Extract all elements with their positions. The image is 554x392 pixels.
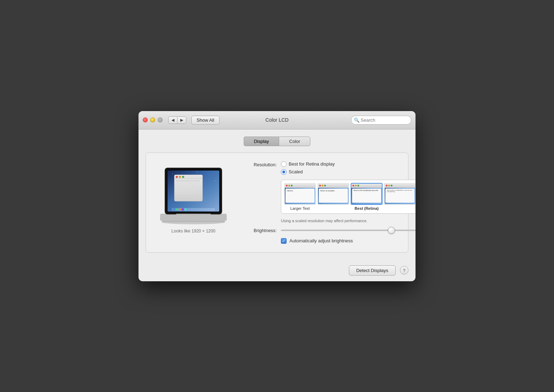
svg-rect-20: [175, 182, 198, 183]
brightness-slider[interactable]: [281, 230, 416, 231]
svg-point-10: [210, 174, 210, 175]
svg-point-18: [182, 176, 184, 178]
scale-option-2[interactable]: Here's to troublem: [317, 183, 349, 211]
scale-thumb-4: Here's to the cr troublemakers, ones who…: [384, 183, 416, 205]
scale-label-best: Best (Retina): [355, 206, 379, 211]
auto-brightness-row[interactable]: ✓ Automatically adjust brightness: [281, 238, 416, 244]
svg-point-9: [197, 172, 198, 172]
svg-rect-24: [175, 188, 195, 188]
auto-brightness-label: Automatically adjust brightness: [289, 238, 353, 243]
radio-scaled-label: Scaled: [289, 169, 303, 174]
scale-options: Here's Larger Text: [281, 180, 416, 214]
radio-scaled-circle: [281, 169, 287, 175]
checkmark-icon: ✓: [282, 239, 286, 243]
back-button[interactable]: ◀: [168, 116, 177, 124]
radio-best-circle: [281, 161, 287, 167]
titlebar: ◀ ▶ Show All Color LCD 🔍: [138, 111, 416, 129]
scale-thumb-best: Here's to the troublemak ones who: [351, 183, 383, 205]
laptop-section: Looks like 1920 × 1200: [154, 161, 232, 234]
brightness-row: Brightness:: [243, 228, 416, 233]
search-box: 🔍: [351, 116, 411, 125]
show-all-button[interactable]: Show All: [191, 116, 220, 125]
close-button[interactable]: [143, 117, 148, 122]
svg-rect-35: [176, 214, 211, 214]
svg-rect-29: [172, 208, 215, 211]
svg-rect-27: [175, 192, 198, 192]
scale-thumb-larger: Here's: [284, 183, 316, 205]
nav-buttons: ◀ ▶: [168, 116, 186, 124]
detect-displays-button[interactable]: Detect Displays: [349, 265, 396, 276]
forward-button[interactable]: ▶: [177, 116, 186, 124]
segmented-control: Display Color: [146, 137, 408, 146]
main-window: ◀ ▶ Show All Color LCD 🔍 Display Color: [138, 111, 416, 281]
resolution-label: Resolution:: [243, 161, 277, 167]
svg-rect-33: [182, 208, 184, 211]
scale-option-best[interactable]: Here's to the troublemak ones who Best (…: [351, 183, 383, 211]
radio-scaled[interactable]: Scaled: [281, 169, 335, 175]
bottom-bar: Detect Displays ?: [138, 260, 416, 281]
scale-label-larger: Larger Text: [290, 206, 310, 211]
svg-rect-31: [176, 208, 178, 211]
window-title: Color LCD: [265, 117, 288, 123]
resolution-row: Resolution: Best for Retina display Scal…: [243, 161, 416, 175]
svg-rect-15: [174, 177, 203, 179]
svg-rect-34: [185, 208, 187, 211]
laptop-image: [155, 161, 232, 225]
laptop-size-label: Looks like 1920 × 1200: [171, 229, 215, 234]
traffic-lights: [143, 117, 163, 122]
svg-rect-25: [175, 189, 197, 190]
help-button[interactable]: ?: [400, 266, 408, 275]
radio-dot: [282, 171, 285, 173]
tab-color[interactable]: Color: [279, 137, 310, 146]
scale-thumb-2: Here's to troublem: [317, 183, 349, 205]
brightness-label: Brightness:: [243, 228, 277, 233]
svg-rect-19: [175, 180, 200, 181]
svg-rect-21: [175, 183, 199, 184]
svg-rect-23: [175, 186, 198, 187]
content-area: Display Color: [138, 129, 416, 260]
svg-rect-32: [179, 208, 181, 211]
svg-point-16: [176, 176, 178, 178]
svg-point-7: [172, 173, 173, 174]
tab-display[interactable]: Display: [244, 137, 279, 146]
svg-rect-28: [175, 193, 193, 194]
radio-best-label: Best for Retina display: [289, 161, 335, 167]
svg-rect-30: [173, 208, 175, 211]
radio-best[interactable]: Best for Retina display: [281, 161, 335, 167]
search-input[interactable]: [351, 116, 411, 125]
search-icon: 🔍: [354, 117, 360, 123]
display-panel: Looks like 1920 × 1200 Resolution: Best …: [146, 152, 408, 253]
svg-point-17: [179, 176, 181, 178]
scale-option-larger[interactable]: Here's Larger Text: [284, 183, 316, 211]
settings-section: Resolution: Best for Retina display Scal…: [243, 161, 416, 244]
scale-option-4[interactable]: Here's to the cr troublemakers, ones who…: [384, 183, 416, 211]
fullscreen-button[interactable]: [158, 117, 163, 122]
svg-point-12: [215, 180, 215, 181]
minimize-button[interactable]: [150, 117, 155, 122]
auto-brightness-checkbox[interactable]: ✓: [281, 238, 287, 244]
svg-rect-22: [175, 185, 197, 185]
svg-rect-2: [160, 214, 227, 221]
svg-rect-26: [175, 190, 196, 191]
radio-options: Best for Retina display Scaled: [281, 161, 335, 175]
scale-hint: Using a scaled resolution may affect per…: [281, 219, 416, 223]
